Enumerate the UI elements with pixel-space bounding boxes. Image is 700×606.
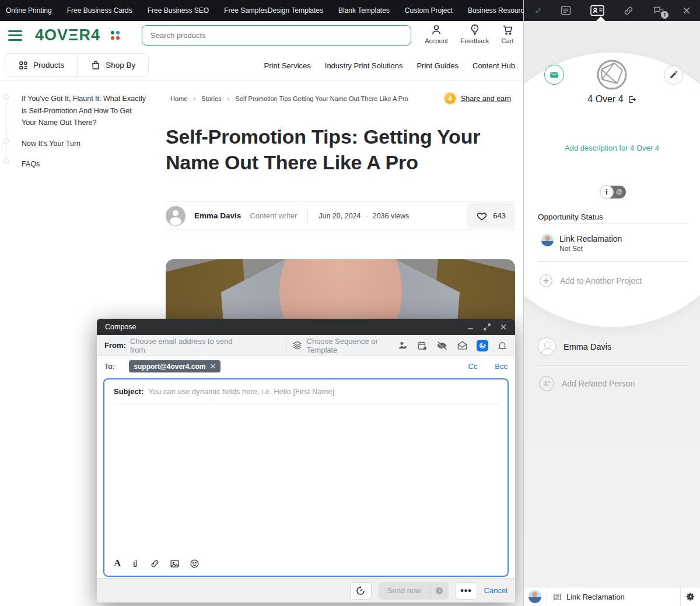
nav-business-resources[interactable]: Business Resources <box>468 6 531 15</box>
link-print-guides[interactable]: Print Guides <box>416 61 459 70</box>
compose-to-row: To: support@4over4.com ✕ Cc Bcc <box>97 356 515 377</box>
nav-custom-project[interactable]: Custom Project <box>405 6 453 15</box>
clock-icon <box>435 586 444 595</box>
add-description-link[interactable]: Add description for 4 Over 4 <box>524 144 700 152</box>
top-nav: Online Printing Free Business Cards Free… <box>0 0 523 21</box>
article-views: 2036 views <box>373 212 410 220</box>
cart-button[interactable]: Cart <box>490 23 525 44</box>
subject-row: Subject: You can use dynamic fields here… <box>104 379 508 396</box>
backlink-icon[interactable] <box>623 5 634 16</box>
expand-icon[interactable] <box>484 323 491 330</box>
link-icon[interactable] <box>150 559 160 569</box>
info-mention-toggle[interactable]: i @ <box>600 186 626 198</box>
divider <box>547 587 547 606</box>
footer-project-label[interactable]: Link Reclamation <box>566 593 625 601</box>
company-name-row: 4 Over 4 <box>524 94 700 105</box>
like-button[interactable]: 643 <box>467 203 515 228</box>
calendar-schedule-icon[interactable] <box>417 340 428 351</box>
toc-item-1[interactable]: If You've Got It, Flaunt It: What Exactl… <box>22 93 147 129</box>
catalog-segmented-control: Products Shop By <box>5 53 149 77</box>
bcc-button[interactable]: Bcc <box>495 362 508 371</box>
settings-button[interactable] <box>680 587 700 606</box>
dot-separator: · <box>366 212 368 220</box>
author-name: Emma Davis <box>194 211 241 220</box>
more-options-button[interactable]: ••• <box>456 582 477 600</box>
feedback-button[interactable]: Feedback <box>457 23 492 44</box>
nav-design-templates[interactable]: Design Templates <box>268 6 323 15</box>
site-logo[interactable]: 4OVΞR4 <box>35 26 100 44</box>
search-input[interactable] <box>142 25 411 46</box>
top-nav-left: Online Printing Free Business Cards Free… <box>6 6 268 15</box>
active-tab-caret <box>596 16 606 21</box>
schedule-timer-button[interactable] <box>350 582 372 600</box>
project-list-icon <box>553 593 562 601</box>
add-to-project-label: Add to Another Project <box>560 276 642 285</box>
recipient-chip[interactable]: support@4over4.com ✕ <box>129 360 220 372</box>
compose-body[interactable]: Subject: You can use dynamic fields here… <box>103 378 509 577</box>
email-action-button[interactable] <box>544 65 564 85</box>
opportunity-avatar <box>541 234 554 246</box>
snov-extension-icon[interactable] <box>477 340 488 351</box>
pin-icon[interactable] <box>533 6 542 15</box>
external-link-icon[interactable] <box>628 95 636 104</box>
chip-remove-icon[interactable]: ✕ <box>209 362 216 371</box>
shop-by-button[interactable]: Shop By <box>77 54 148 76</box>
subnav-links: Print Services Industry Print Solutions … <box>264 50 515 81</box>
send-later-clock-button[interactable] <box>430 582 449 600</box>
nav-blank-templates[interactable]: Blank Templates <box>338 6 390 15</box>
tracking-off-icon[interactable] <box>436 340 448 351</box>
hamburger-menu-icon[interactable] <box>8 30 22 41</box>
add-to-project-button[interactable]: Add to Another Project <box>540 274 642 287</box>
emoji-icon[interactable] <box>190 559 200 569</box>
nav-free-business-seo[interactable]: Free Business SEO <box>148 6 209 15</box>
send-now-button[interactable]: Send now <box>379 582 430 600</box>
image-icon[interactable] <box>170 559 180 569</box>
apps-dots-icon[interactable] <box>111 31 120 40</box>
add-contact-icon[interactable] <box>397 340 408 351</box>
sequence-select[interactable]: Choose Sequence or Template <box>307 337 397 354</box>
subject-input[interactable]: You can use dynamic fields here, i.e. He… <box>148 387 334 396</box>
minimize-icon[interactable] <box>467 323 474 330</box>
link-print-services[interactable]: Print Services <box>264 61 311 70</box>
company-globe-icon <box>594 57 629 92</box>
envelope-open-icon[interactable] <box>457 340 468 351</box>
link-content-hub[interactable]: Content Hub <box>473 61 515 70</box>
company-name: 4 Over 4 <box>587 94 623 105</box>
edit-company-button[interactable] <box>664 65 683 85</box>
nav-free-business-cards[interactable]: Free Business Cards <box>67 6 132 15</box>
from-select[interactable]: Choose email address to send from <box>130 337 235 354</box>
footer-avatar[interactable] <box>528 590 541 603</box>
products-button[interactable]: Products <box>5 54 77 76</box>
contact-card-tab-icon[interactable] <box>590 4 605 17</box>
chat-icon[interactable]: 1 <box>652 5 664 17</box>
divider <box>307 210 308 222</box>
add-related-person-button[interactable]: Add Related Person <box>539 376 635 391</box>
nav-online-printing[interactable]: Online Printing <box>6 6 52 15</box>
opportunity-row[interactable]: Link Reclamation Not Set <box>541 234 622 253</box>
bell-icon[interactable] <box>497 340 508 351</box>
send-now-group: Send now <box>379 582 449 600</box>
breadcrumb-home[interactable]: Home <box>170 95 187 102</box>
link-industry-print-solutions[interactable]: Industry Print Solutions <box>325 61 403 70</box>
heart-icon <box>476 210 488 222</box>
sidebar-toolbar: 1 <box>524 0 700 21</box>
breadcrumb-stories[interactable]: Stories <box>201 95 221 102</box>
compose-header[interactable]: Compose <box>97 319 515 335</box>
cancel-button[interactable]: Cancel <box>484 586 508 595</box>
related-person-row[interactable]: Emma Davis <box>538 337 611 356</box>
share-and-earn[interactable]: 4 Share and earn <box>444 93 511 104</box>
close-icon[interactable] <box>500 323 507 330</box>
attachment-icon[interactable] <box>131 559 140 569</box>
nav-free-samples[interactable]: Free Samples <box>224 6 268 15</box>
toc-item-3[interactable]: FAQs <box>22 158 147 170</box>
toc-dot <box>4 158 9 163</box>
font-format-icon[interactable]: A <box>114 558 121 569</box>
list-view-icon[interactable] <box>560 5 572 16</box>
sidebar-close-icon[interactable] <box>682 6 691 15</box>
toggle-info-label: i <box>600 185 614 199</box>
author-row: Emma Davis Content writer Jun 20, 2024 ·… <box>166 201 515 230</box>
toc-item-2[interactable]: Now It's Your Turn <box>22 138 147 150</box>
account-button[interactable]: Account <box>419 23 454 44</box>
recipient-email: support@4over4.com <box>134 363 205 371</box>
cc-button[interactable]: Cc <box>468 362 477 371</box>
